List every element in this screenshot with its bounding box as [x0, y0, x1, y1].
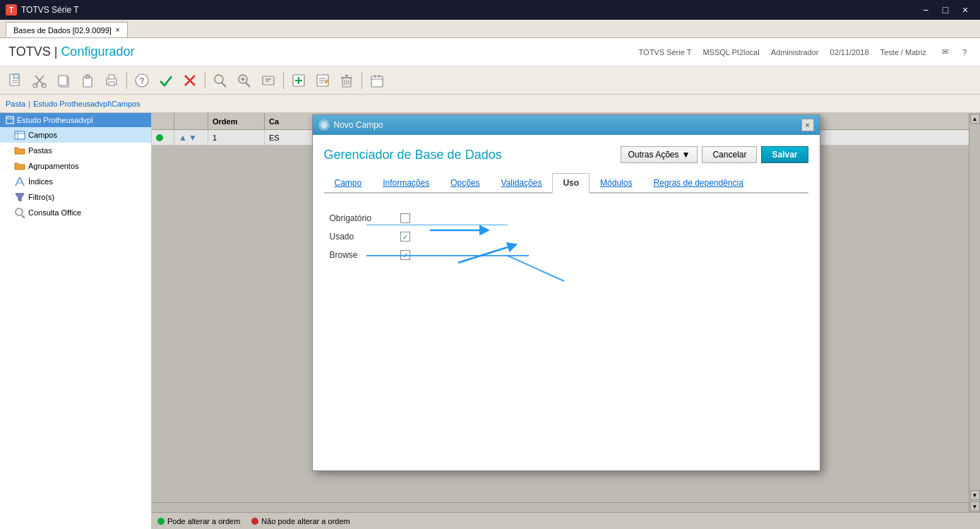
- minimize-button[interactable]: −: [916, 3, 935, 17]
- modal-close-button[interactable]: ×: [801, 119, 814, 131]
- toolbar-copy-btn[interactable]: [52, 69, 75, 92]
- svg-line-51: [16, 177, 20, 186]
- sidebar-label-consulta-office: Consulta Office: [28, 208, 81, 217]
- consulta-icon: [14, 207, 25, 218]
- modal-title-icon: i: [318, 119, 330, 131]
- toolbar-paste-btn[interactable]: [76, 69, 99, 92]
- sidebar-label-agrupamentos: Agrupamentos: [28, 162, 79, 170]
- email-icon[interactable]: ✉: [938, 45, 952, 59]
- toolbar-zoom-btn[interactable]: [257, 69, 280, 92]
- tab-modulos[interactable]: Módulos: [590, 173, 643, 192]
- salvar-button[interactable]: Salvar: [761, 146, 808, 163]
- sidebar-header: Estudo Protheusadvpl: [0, 113, 151, 127]
- svg-text:i: i: [323, 123, 324, 129]
- agrupamentos-icon: [14, 160, 25, 172]
- toolbar-sep3: [283, 72, 284, 89]
- title-bar-controls[interactable]: − □ ×: [916, 3, 974, 17]
- tab-regras[interactable]: Regras de dependência: [643, 173, 753, 192]
- toolbar-calendar-btn[interactable]: [366, 69, 388, 92]
- toolbar-edit-btn[interactable]: [311, 69, 334, 92]
- app-name: TOTVS Série T: [21, 5, 79, 15]
- sidebar: Estudo Protheusadvpl Campos Pastas Agrup…: [0, 113, 152, 529]
- svg-rect-11: [85, 75, 90, 78]
- sidebar-label-indices: Índices: [28, 177, 53, 186]
- svg-line-22: [246, 83, 250, 87]
- toolbar-sep4: [361, 72, 362, 89]
- form-row-browse: Browse: [330, 250, 803, 260]
- label-browse: Browse: [330, 250, 393, 260]
- toolbar-cancel-btn[interactable]: [179, 69, 201, 92]
- header-icons: ✉ ?: [938, 45, 972, 59]
- tab-uso[interactable]: Uso: [552, 173, 590, 194]
- outras-acoes-button[interactable]: Outras Ações ▼: [621, 146, 698, 163]
- svg-point-19: [215, 75, 223, 83]
- toolbar-cut-btn[interactable]: [28, 69, 51, 92]
- svg-rect-46: [6, 117, 13, 124]
- checkbox-browse[interactable]: [400, 250, 410, 260]
- toolbar-search2-btn[interactable]: [233, 69, 256, 92]
- help-icon[interactable]: ?: [957, 45, 972, 59]
- svg-point-55: [16, 208, 23, 215]
- tab-validacoes[interactable]: Validações: [491, 173, 553, 192]
- maximize-button[interactable]: □: [936, 3, 955, 17]
- form-row-usado: Usado: [330, 232, 803, 242]
- breadcrumb-bar: Pasta | Estudo Protheusadvpl\Campos: [0, 95, 980, 113]
- modal-overlay: i Novo Campo × Gerenciador de Base de Da…: [152, 113, 980, 529]
- toolbar-help-btn[interactable]: ?: [131, 69, 153, 92]
- breadcrumb-pasta[interactable]: Pasta: [6, 100, 25, 108]
- sidebar-item-pastas[interactable]: Pastas: [0, 143, 151, 158]
- outras-acoes-chevron: ▼: [682, 150, 691, 160]
- sidebar-item-agrupamentos[interactable]: Agrupamentos: [0, 158, 151, 174]
- toolbar-delete-btn[interactable]: [335, 69, 358, 92]
- checkbox-obrigatorio[interactable]: [400, 213, 410, 223]
- tab-campo[interactable]: Campo: [324, 173, 373, 192]
- content-area: Ordem Ca ▲ ▼ 1 ES i: [152, 113, 980, 529]
- toolbar-insert-btn[interactable]: [287, 69, 310, 92]
- toolbar: ?: [0, 66, 980, 95]
- tab-bases-dados[interactable]: Bases de Dados [02.9.0099] ×: [6, 22, 128, 37]
- form-row-obrigatorio: Obrigatório: [330, 213, 803, 223]
- toolbar-confirm-btn[interactable]: [155, 69, 177, 92]
- header-app: TOTVS Série T: [639, 48, 692, 57]
- brand-text: TOTVS: [8, 44, 51, 59]
- sidebar-label-pastas: Pastas: [28, 146, 52, 155]
- tab-close-icon[interactable]: ×: [116, 26, 120, 34]
- toolbar-print-btn[interactable]: [100, 69, 123, 92]
- app-icon: T: [6, 4, 17, 16]
- svg-line-56: [22, 215, 25, 218]
- sidebar-item-filtros[interactable]: Filtro(s): [0, 189, 151, 205]
- toolbar-new-btn[interactable]: [4, 69, 27, 92]
- checkbox-usado[interactable]: [400, 232, 410, 242]
- svg-rect-25: [263, 76, 274, 85]
- label-usado: Usado: [330, 232, 393, 242]
- sidebar-item-consulta-office[interactable]: Consulta Office: [0, 205, 151, 220]
- form-area: Obrigatório Usado Browse: [324, 205, 808, 459]
- expand-icon: [6, 116, 14, 124]
- cancelar-button[interactable]: Cancelar: [702, 146, 757, 163]
- modal-main-title: Gerenciador de Base de Dados: [324, 148, 502, 162]
- modal-title-text: Novo Campo: [334, 120, 383, 130]
- breadcrumb-campos[interactable]: Estudo Protheusadvpl\Campos: [33, 100, 141, 108]
- tab-label: Bases de Dados [02.9.0099]: [13, 26, 112, 35]
- sidebar-item-campos[interactable]: Campos: [0, 127, 151, 143]
- header-db: MSSQL PI2local: [703, 48, 759, 57]
- toolbar-search-btn[interactable]: [209, 69, 232, 92]
- svg-line-20: [222, 83, 226, 87]
- modal-title-bar-left: i Novo Campo: [318, 119, 383, 131]
- sidebar-item-indices[interactable]: Índices: [0, 174, 151, 189]
- filtros-icon: [14, 191, 25, 203]
- tab-opcoes[interactable]: Opções: [440, 173, 490, 192]
- indices-icon: [14, 176, 25, 187]
- modal-actions: Outras Ações ▼ Cancelar Salvar: [621, 146, 808, 163]
- app-header: TOTVS | Configurador TOTVS Série T MSSQL…: [0, 38, 980, 66]
- header-user: Administrador: [771, 48, 819, 57]
- svg-rect-42: [371, 76, 383, 87]
- svg-marker-54: [16, 194, 24, 201]
- tab-informacoes[interactable]: Informações: [372, 173, 440, 192]
- svg-rect-9: [59, 76, 67, 85]
- modal-title-bar: i Novo Campo ×: [313, 115, 820, 135]
- svg-rect-1: [13, 74, 19, 78]
- title-bar-left: T TOTVS Série T: [6, 4, 79, 16]
- close-button[interactable]: ×: [956, 3, 974, 17]
- breadcrumb-sep: |: [28, 100, 30, 108]
